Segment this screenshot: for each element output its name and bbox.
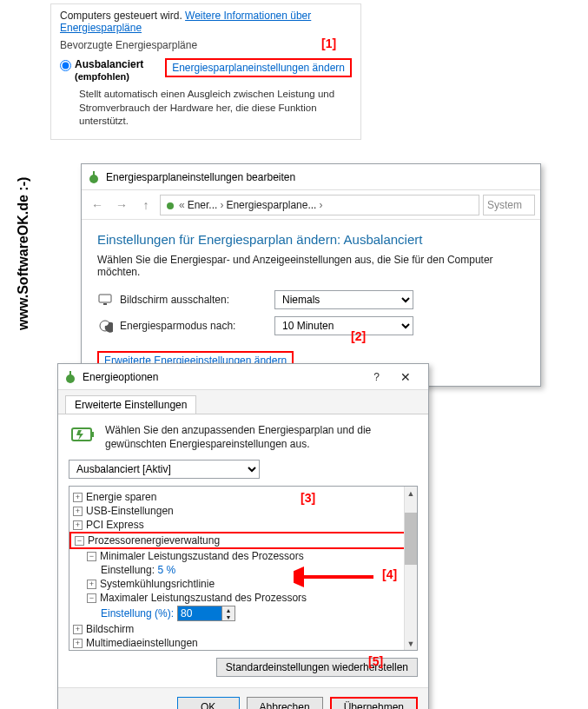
max-processor-spinner[interactable]: ▲▼ <box>177 606 235 621</box>
annotation-2: [2] <box>351 329 366 343</box>
spin-up[interactable]: ▲ <box>222 606 235 613</box>
page-instruction: Wählen Sie die Energiespar- und Anzeigee… <box>97 254 525 278</box>
edit-plan-settings-window: Energiesparplaneinstellungen bearbeiten … <box>81 163 541 387</box>
expand-icon[interactable]: + <box>87 580 96 589</box>
sleep-icon <box>97 318 113 334</box>
setting-label: Einstellung: <box>101 564 155 576</box>
dialog-instruction: Wählen Sie den anzupassenden Energiespar… <box>105 423 418 451</box>
restore-defaults-button[interactable]: Standardeinstellungen wiederherstellen <box>216 658 418 677</box>
search-input[interactable]: System <box>483 195 535 215</box>
sleep-after-select[interactable]: 10 Minuten <box>274 316 413 335</box>
close-button[interactable]: ✕ <box>388 366 423 388</box>
forward-button[interactable]: → <box>111 195 132 215</box>
annotation-3: [3] <box>301 491 315 505</box>
window-title: Energiesparplaneinstellungen bearbeiten <box>106 171 535 183</box>
monitor-icon <box>97 292 113 308</box>
scroll-up[interactable]: ▲ <box>405 487 417 500</box>
cancel-button[interactable]: Abbrechen <box>247 697 323 709</box>
max-processor-input[interactable] <box>178 606 221 620</box>
tree-item-processor[interactable]: Prozessorenergieverwaltung <box>88 534 220 547</box>
tree-scrollbar[interactable]: ▲ ▼ <box>404 487 417 650</box>
expand-icon[interactable]: + <box>73 639 83 648</box>
plan-recommended: (empfohlen) <box>75 71 129 82</box>
tree-item[interactable]: Multimediaeinstellungen <box>86 637 198 649</box>
expand-icon[interactable]: + <box>73 625 83 634</box>
svg-point-0 <box>89 175 98 183</box>
annotation-5: [5] <box>368 654 383 668</box>
power-icon <box>87 170 101 184</box>
help-text: Computers gesteuert wird. Weitere Inform… <box>60 10 352 34</box>
plan-radio-input[interactable] <box>60 60 71 71</box>
power-icon <box>63 370 77 384</box>
tab-header: Erweiterte Einstellungen <box>58 390 428 414</box>
svg-rect-3 <box>99 295 111 302</box>
plan-name: Ausbalanciert <box>75 58 143 70</box>
active-plan-select[interactable]: Ausbalanciert [Aktiv] <box>69 460 260 479</box>
expand-icon[interactable]: + <box>73 493 83 502</box>
battery-icon <box>69 423 96 446</box>
tree-item[interactable]: Minimaler Leistungszustand des Prozessor… <box>100 550 304 562</box>
up-button[interactable]: ↑ <box>135 195 156 215</box>
breadcrumb-segment[interactable]: Ener... <box>188 199 218 211</box>
svg-rect-9 <box>91 432 94 437</box>
annotation-arrow <box>294 567 377 587</box>
collapse-icon[interactable]: − <box>87 593 96 603</box>
power-plans-panel: Computers gesteuert wird. Weitere Inform… <box>50 3 361 140</box>
dialog-buttons: OK Abbrechen Übernehmen <box>58 687 428 709</box>
scroll-down[interactable]: ▼ <box>405 637 417 650</box>
annotation-1: [1] <box>321 36 336 50</box>
spin-down[interactable]: ▼ <box>222 613 235 620</box>
back-button[interactable]: ← <box>87 195 108 215</box>
preferred-plans-label: Bevorzugte Energiesparpläne <box>60 39 352 55</box>
tree-item[interactable]: Systemkühlungsrichtlinie <box>100 578 215 590</box>
breadcrumb-segment[interactable]: Energiesparplane... <box>226 199 316 211</box>
help-button[interactable]: ? <box>373 371 380 383</box>
tree-item[interactable]: PCI Express <box>86 519 144 531</box>
setting-value-link[interactable]: 5 % <box>157 564 175 576</box>
display-off-label: Bildschirm ausschalten: <box>120 294 268 306</box>
tab-advanced-settings[interactable]: Erweiterte Einstellungen <box>65 395 196 414</box>
scroll-thumb[interactable] <box>405 513 417 565</box>
page-heading: Einstellungen für Energiesparplan ändern… <box>97 232 525 247</box>
breadcrumb[interactable]: « Ener... › Energiesparplane... › <box>160 195 479 215</box>
svg-point-6 <box>66 374 75 383</box>
titlebar: Energieoptionen ? ✕ <box>58 364 428 390</box>
svg-rect-7 <box>69 371 71 375</box>
expand-icon[interactable]: + <box>73 507 83 516</box>
tree-item[interactable]: Energie sparen <box>86 491 156 503</box>
sleep-after-label: Energiesparmodus nach: <box>120 320 268 332</box>
plan-description: Stellt automatisch einen Ausgleich zwisc… <box>79 88 352 129</box>
display-off-select[interactable]: Niemals <box>274 290 413 309</box>
tree-item[interactable]: Bildschirm <box>86 623 134 635</box>
collapse-icon[interactable]: − <box>75 536 84 546</box>
tree-item[interactable]: Maximaler Leistungszustand des Prozessor… <box>100 592 307 604</box>
svg-rect-4 <box>103 303 107 305</box>
ok-button[interactable]: OK <box>177 697 240 709</box>
window-title: Energieoptionen <box>83 371 373 383</box>
navigation-bar: ← → ↑ « Ener... › Energiesparplane... › … <box>82 190 540 220</box>
collapse-icon[interactable]: − <box>87 552 96 561</box>
apply-button[interactable]: Übernehmen <box>330 697 418 709</box>
power-icon <box>164 199 176 211</box>
expand-icon[interactable]: + <box>73 520 83 530</box>
change-plan-settings-link[interactable]: Energiesparplaneinstellungen ändern <box>165 58 352 77</box>
svg-point-2 <box>167 202 174 209</box>
setting-pct-label[interactable]: Einstellung (%): <box>101 607 174 620</box>
plan-balanced-radio[interactable]: Ausbalanciert (empfohlen) <box>60 58 143 83</box>
titlebar: Energiesparplaneinstellungen bearbeiten <box>82 164 540 190</box>
watermark-text: www.SoftwareOK.de :-) <box>16 177 31 330</box>
svg-rect-1 <box>93 171 95 176</box>
tree-item[interactable]: USB-Einstellungen <box>86 505 174 517</box>
annotation-4: [4] <box>382 567 397 581</box>
